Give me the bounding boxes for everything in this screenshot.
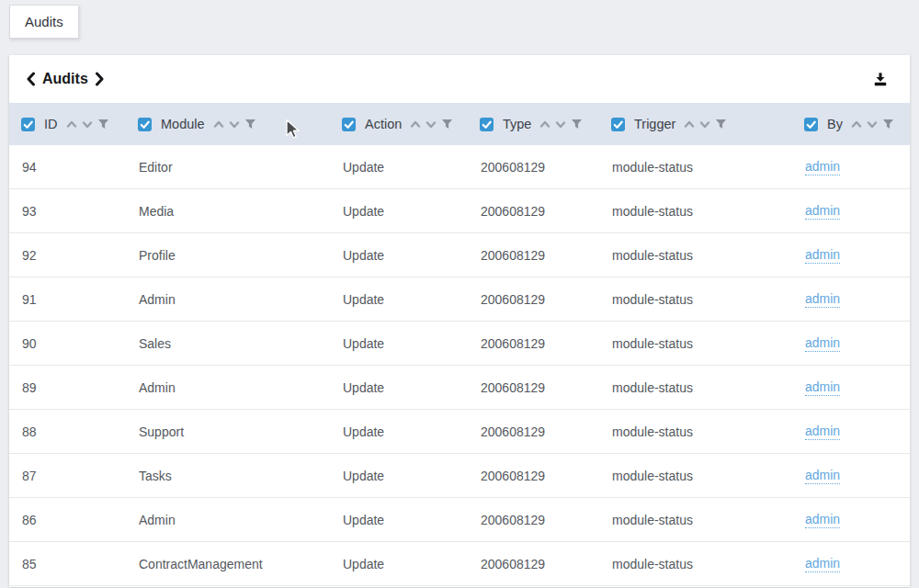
cell-action: Update	[330, 248, 468, 263]
cell-trigger: module-status	[599, 469, 792, 483]
table-row: 90 Sales Update 200608129 module-status …	[9, 322, 910, 366]
table-body: 94 Editor Update 200608129 module-status…	[9, 145, 910, 586]
column-checkbox-by[interactable]	[804, 118, 818, 131]
cell-id: 86	[9, 513, 126, 527]
cell-by: admin	[792, 159, 910, 175]
by-user-link[interactable]: admin	[805, 203, 840, 220]
sort-asc-icon[interactable]	[851, 119, 862, 130]
cell-action: Update	[330, 204, 468, 219]
cell-module: Admin	[126, 513, 330, 527]
column-checkbox-module[interactable]	[138, 118, 152, 131]
cell-action: Update	[330, 469, 468, 483]
tab-audits[interactable]: Audits	[9, 5, 79, 39]
column-header-module: Module	[126, 103, 330, 145]
filter-icon[interactable]	[882, 119, 894, 130]
cell-by: admin	[792, 512, 910, 528]
by-user-link[interactable]: admin	[805, 468, 840, 484]
cell-id: 89	[9, 380, 126, 395]
column-label-id: ID	[44, 117, 58, 131]
column-checkbox-id[interactable]	[21, 118, 35, 131]
cell-by: admin	[792, 468, 910, 484]
cell-type: 200608129	[468, 292, 599, 307]
cell-id: 92	[9, 248, 126, 263]
cell-id: 94	[9, 160, 126, 175]
tab-audits-label: Audits	[25, 14, 63, 29]
cell-module: Editor	[126, 160, 330, 175]
filter-icon[interactable]	[441, 119, 453, 130]
cell-id: 87	[9, 469, 126, 483]
sort-desc-icon[interactable]	[699, 119, 710, 130]
column-header-trigger: Trigger	[599, 103, 792, 145]
cell-by: admin	[792, 335, 910, 352]
panel-title-group: Audits	[26, 71, 105, 87]
panel-header: Audits	[9, 55, 910, 103]
sort-desc-icon[interactable]	[229, 119, 240, 130]
cell-trigger: module-status	[599, 204, 792, 219]
by-user-link[interactable]: admin	[805, 291, 840, 308]
column-label-action: Action	[365, 117, 402, 131]
table-row: 89 Admin Update 200608129 module-status …	[9, 366, 910, 410]
by-user-link[interactable]: admin	[805, 556, 840, 572]
sort-desc-icon[interactable]	[867, 119, 878, 130]
by-user-link[interactable]: admin	[805, 424, 840, 440]
cell-type: 200608129	[468, 557, 599, 571]
column-checkbox-trigger[interactable]	[611, 118, 625, 131]
sort-desc-icon[interactable]	[555, 119, 566, 130]
sort-asc-icon[interactable]	[410, 119, 421, 130]
cell-by: admin	[792, 424, 910, 440]
cell-id: 88	[9, 424, 126, 439]
column-label-type: Type	[503, 117, 531, 131]
cell-module: Support	[126, 424, 330, 439]
by-user-link[interactable]: admin	[805, 512, 840, 528]
cell-type: 200608129	[468, 513, 599, 527]
sort-asc-icon[interactable]	[66, 119, 77, 130]
cell-trigger: module-status	[599, 160, 792, 175]
cell-trigger: module-status	[599, 557, 792, 571]
cell-module: Profile	[126, 248, 330, 263]
cell-trigger: module-status	[599, 424, 792, 439]
sort-asc-icon[interactable]	[213, 119, 224, 130]
sort-desc-icon[interactable]	[425, 119, 437, 130]
column-header-action: Action	[330, 103, 468, 145]
cell-module: ContractManagement	[126, 557, 330, 571]
sort-desc-icon[interactable]	[82, 119, 93, 130]
filter-icon[interactable]	[571, 119, 583, 130]
cell-action: Update	[330, 160, 468, 175]
cell-action: Update	[330, 513, 468, 527]
cell-id: 91	[9, 292, 126, 307]
chevron-right-icon[interactable]	[95, 72, 105, 86]
table-row: 88 Support Update 200608129 module-statu…	[9, 410, 910, 454]
cell-module: Admin	[126, 292, 330, 307]
download-icon[interactable]	[869, 69, 891, 90]
cell-id: 93	[9, 204, 126, 219]
table-row: 94 Editor Update 200608129 module-status…	[9, 145, 910, 189]
column-checkbox-action[interactable]	[342, 118, 356, 131]
cell-type: 200608129	[468, 160, 599, 175]
cell-trigger: module-status	[599, 513, 792, 527]
column-label-by: By	[827, 117, 843, 131]
sort-asc-icon[interactable]	[684, 119, 695, 130]
filter-icon[interactable]	[715, 119, 727, 130]
chevron-left-icon[interactable]	[26, 72, 36, 86]
filter-icon[interactable]	[244, 119, 256, 130]
column-header-id: ID	[9, 103, 126, 145]
cell-action: Update	[330, 380, 468, 395]
filter-icon[interactable]	[97, 119, 109, 130]
column-header-by: By	[792, 103, 910, 145]
cell-module: Media	[126, 204, 330, 219]
cell-trigger: module-status	[599, 380, 792, 395]
by-user-link[interactable]: admin	[805, 379, 840, 396]
column-label-trigger: Trigger	[634, 117, 675, 131]
by-user-link[interactable]: admin	[805, 247, 840, 264]
column-checkbox-type[interactable]	[480, 118, 494, 131]
by-user-link[interactable]: admin	[805, 335, 840, 352]
sort-asc-icon[interactable]	[539, 119, 550, 130]
cell-by: admin	[792, 203, 910, 220]
cell-action: Update	[330, 557, 468, 571]
cell-action: Update	[330, 292, 468, 307]
cell-module: Tasks	[126, 469, 330, 483]
table-row: 87 Tasks Update 200608129 module-status …	[9, 454, 910, 498]
cell-type: 200608129	[468, 336, 599, 351]
by-user-link[interactable]: admin	[805, 159, 840, 175]
cell-by: admin	[792, 379, 910, 396]
